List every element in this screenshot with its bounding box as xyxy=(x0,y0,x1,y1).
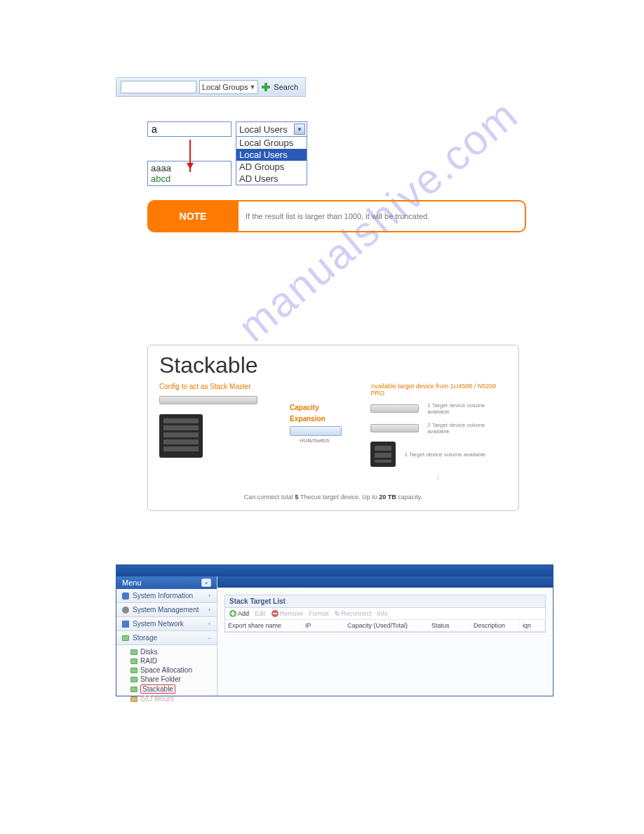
hub-label: HUB/Switch xyxy=(300,437,358,444)
table-header: Export share name IP Capacity (Used/Tota… xyxy=(225,620,545,632)
option-item[interactable]: Local Users xyxy=(236,149,307,161)
gear-icon xyxy=(122,607,129,614)
hub-icon xyxy=(290,426,342,436)
stack-master-label: Config to act as Stack Master xyxy=(159,383,277,390)
tree-item-stackable[interactable]: Stackable xyxy=(130,684,215,694)
target-row: 2 Target device volume available xyxy=(370,422,507,435)
expand-icon: + xyxy=(208,621,211,628)
targets-header: Available target device from 1U4500 / N5… xyxy=(370,383,507,397)
target-text: 1 Target device volume available xyxy=(404,451,485,458)
sidebar-item-sysinfo[interactable]: System Information + xyxy=(116,589,217,603)
rack-device-icon xyxy=(370,424,419,432)
disk-icon xyxy=(130,668,137,673)
target-text: 1 Target device volume available xyxy=(427,402,507,415)
disk-icon xyxy=(130,677,137,682)
col-iqn[interactable]: iqn xyxy=(520,620,545,631)
result-item[interactable]: abcd xyxy=(151,173,228,184)
ellipsis-icon: ⋮ xyxy=(370,474,507,481)
remove-button[interactable]: Remove xyxy=(271,610,304,617)
note-text: If the result list is larger than 1000, … xyxy=(239,200,526,232)
tree-item-sharefolder[interactable]: Share Folder xyxy=(130,675,215,684)
diagram-title: Stackable xyxy=(159,352,507,378)
scope-dropdown[interactable]: Local Groups ▼ xyxy=(199,80,258,94)
expansion-label: Expansion xyxy=(290,415,358,423)
rack-device-icon xyxy=(370,404,419,413)
sidebar-item-sysmgmt[interactable]: System Management + xyxy=(116,603,217,617)
sidebar-item-storage[interactable]: Storage − xyxy=(116,631,217,645)
tree-item-isomount[interactable]: ISO Mount xyxy=(130,694,215,703)
nas-tower-icon xyxy=(370,442,396,467)
reconnect-button[interactable]: ↻Reconnect xyxy=(335,610,372,617)
diagram-footer: Can connect total 5 Thecus target device… xyxy=(159,494,507,501)
filter-input[interactable] xyxy=(147,121,232,137)
note-box: NOTE If the result list is larger than 1… xyxy=(147,200,528,232)
window-titlebar xyxy=(116,565,553,576)
content-titlebar xyxy=(217,576,553,588)
chevron-down-icon: ▼ xyxy=(249,84,255,91)
sidebar-item-label: System Management xyxy=(133,606,199,614)
content-area: Stack Target List Add Edit Remove Format… xyxy=(217,576,553,696)
rack-device-icon xyxy=(159,396,257,404)
tree-item-disks[interactable]: Disks xyxy=(130,647,215,656)
option-item[interactable]: AD Users xyxy=(236,173,307,185)
search-toolbar: Local Groups ▼ Search xyxy=(116,77,306,97)
sidebar-header: Menu « xyxy=(116,576,217,589)
expand-icon: + xyxy=(208,607,211,614)
plus-icon xyxy=(261,82,271,92)
note-label: NOTE xyxy=(147,200,239,232)
stack-target-panel: Stack Target List Add Edit Remove Format… xyxy=(224,595,546,633)
col-export[interactable]: Export share name xyxy=(225,620,302,631)
add-icon xyxy=(229,610,236,617)
scope-options: Local Groups Local Users AD Groups AD Us… xyxy=(236,137,307,185)
edit-button[interactable]: Edit xyxy=(255,610,266,617)
disk-icon xyxy=(130,696,137,702)
capacity-label: Capacity xyxy=(290,404,358,412)
disk-icon xyxy=(130,649,137,655)
search-input[interactable] xyxy=(121,81,196,93)
storage-tree: Disks RAID Space Allocation Share Folder… xyxy=(116,645,217,706)
panel-title: Stack Target List xyxy=(225,595,545,608)
sidebar: Menu « System Information + System Manag… xyxy=(116,576,217,696)
sidebar-title: Menu xyxy=(122,578,142,587)
col-status[interactable]: Status xyxy=(429,620,471,631)
tree-item-raid[interactable]: RAID xyxy=(130,656,215,666)
network-icon xyxy=(122,621,129,628)
info-icon xyxy=(122,593,129,600)
sidebar-item-sysnet[interactable]: System Network + xyxy=(116,617,217,631)
option-item[interactable]: AD Groups xyxy=(236,161,307,173)
scope-dropdown-label: Local Groups xyxy=(202,83,248,91)
collapse-icon[interactable]: « xyxy=(201,578,211,587)
expand-icon: + xyxy=(208,593,211,600)
format-button[interactable]: Format xyxy=(309,610,329,617)
col-capacity[interactable]: Capacity (Used/Total) xyxy=(344,620,429,631)
storage-icon xyxy=(122,635,129,641)
sidebar-item-label: Storage xyxy=(133,634,157,642)
info-button[interactable]: Info xyxy=(377,610,388,617)
disk-icon xyxy=(130,658,137,664)
arrow-down-icon xyxy=(189,140,191,172)
dropdown-demo: aaaa abcd Local Users ▼ Local Groups Loc… xyxy=(147,121,528,186)
disk-icon xyxy=(130,687,137,692)
nas-tower-icon xyxy=(159,414,203,458)
search-button[interactable]: Search xyxy=(274,83,298,91)
remove-icon xyxy=(271,610,279,617)
tree-item-spacealloc[interactable]: Space Allocation xyxy=(130,666,215,675)
sidebar-item-label: System Network xyxy=(133,620,184,628)
target-row: 1 Target device volume available xyxy=(370,442,507,467)
add-button[interactable]: Add xyxy=(229,610,249,617)
panel-toolbar: Add Edit Remove Format ↻Reconnect Info xyxy=(225,608,545,620)
admin-window: Menu « System Information + System Manag… xyxy=(116,564,554,696)
target-row: 1 Target device volume available xyxy=(370,402,507,415)
col-description[interactable]: Description xyxy=(471,620,520,631)
chevron-down-icon: ▼ xyxy=(294,124,305,135)
refresh-icon: ↻ xyxy=(335,610,340,617)
col-ip[interactable]: IP xyxy=(302,620,344,631)
scope-select[interactable]: Local Users ▼ xyxy=(236,121,307,137)
stackable-diagram: Stackable Config to act as Stack Master … xyxy=(147,345,519,511)
scope-select-label: Local Users xyxy=(239,124,288,135)
option-item[interactable]: Local Groups xyxy=(236,137,307,149)
collapse-icon: − xyxy=(208,635,211,642)
target-text: 2 Target device volume available xyxy=(427,422,507,435)
sidebar-item-label: System Information xyxy=(133,592,193,600)
